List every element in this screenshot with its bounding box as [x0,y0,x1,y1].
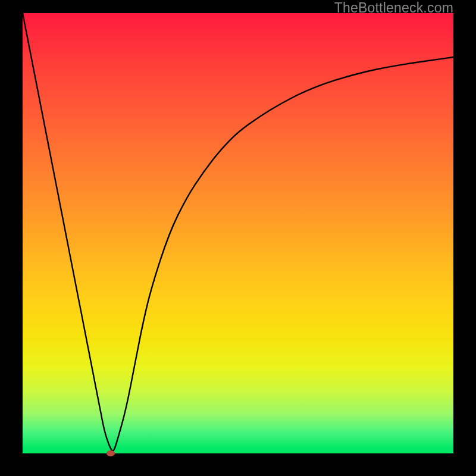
chart-frame: TheBottleneck.com [0,0,476,476]
watermark-text: TheBottleneck.com [334,0,453,16]
bottleneck-curve [23,13,453,453]
minimum-marker-dot [107,450,115,456]
plot-area [23,13,453,453]
